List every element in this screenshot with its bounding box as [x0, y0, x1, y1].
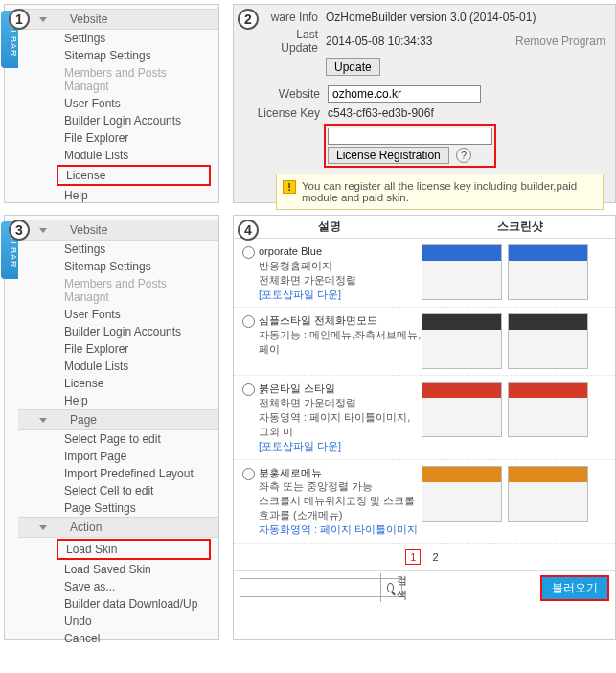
- warning-icon: !: [283, 180, 296, 194]
- chevron-down-icon: [39, 418, 47, 423]
- menu-item[interactable]: Cancel: [18, 630, 218, 644]
- panel-2-license-info: 2 ware Info OzHomeBuilder version 3.0 (2…: [233, 4, 616, 203]
- remove-program-link[interactable]: Remove Program: [515, 35, 605, 48]
- skin-radio[interactable]: [242, 468, 255, 480]
- skin-thumbnail[interactable]: [422, 466, 502, 522]
- skin-row: 심플스타일 전체화면모드자동기능 : 메인메뉴,좌측서브메뉴, 페이: [234, 308, 615, 376]
- menu-item[interactable]: Module Lists: [18, 147, 218, 164]
- menu-item[interactable]: Builder Login Accounts: [18, 323, 218, 340]
- menu-item-load-skin[interactable]: Load Skin: [57, 539, 211, 560]
- panel-3-sidebar: 3 U BAR Vebsite Settings Sitemap Setting…: [4, 215, 219, 640]
- menu-item[interactable]: Select Cell to edit: [18, 482, 218, 499]
- menu-item[interactable]: File Explorer: [18, 129, 218, 147]
- license-key-input[interactable]: [328, 128, 492, 145]
- load-button[interactable]: 불러오기: [540, 575, 609, 601]
- menu-item[interactable]: Sitemap Settings: [18, 47, 218, 64]
- last-update-value: 2014-05-08 10:34:33: [326, 35, 432, 48]
- menu-item[interactable]: Select Page to edit: [18, 430, 218, 448]
- menu-section-website[interactable]: Vebsite: [18, 220, 218, 241]
- page-1[interactable]: 1: [405, 549, 421, 565]
- skin-radio[interactable]: [242, 315, 255, 328]
- license-registration-button[interactable]: License Registration: [328, 147, 449, 164]
- license-warning: ! You can register all the license key i…: [276, 174, 604, 210]
- menu-item[interactable]: Undo: [18, 613, 218, 630]
- step-badge-3: 3: [9, 220, 30, 241]
- step-badge-2: 2: [238, 9, 259, 30]
- menu-item[interactable]: Load Saved Skin: [18, 561, 218, 578]
- skin-table-header: 설명 스크린샷: [234, 216, 615, 239]
- license-registration-box: License Registration ?: [324, 124, 496, 168]
- skin-row: 붉은타일 스타일전체화면 가운데정렬자동영역 : 페이지 타이틀이미지, 그외 …: [234, 376, 615, 459]
- search-icon: [387, 583, 394, 592]
- menu-section-label: Vebsite: [70, 12, 107, 26]
- menu-item[interactable]: Settings: [18, 241, 218, 258]
- skin-thumbnail[interactable]: [422, 244, 502, 300]
- skin-desc: 전체화면 가운데정렬: [259, 273, 422, 288]
- search-button[interactable]: 검색: [380, 573, 416, 602]
- menu-section-website[interactable]: Vebsite: [18, 9, 218, 30]
- skin-radio[interactable]: [242, 383, 255, 396]
- website-label: Website: [243, 87, 320, 101]
- skin-thumbnail[interactable]: [508, 382, 588, 437]
- menu-item[interactable]: Builder Login Accounts: [18, 112, 218, 129]
- menu-item[interactable]: Help: [18, 187, 218, 204]
- menu-item-license[interactable]: License: [57, 165, 211, 186]
- update-button[interactable]: Update: [326, 58, 380, 76]
- chevron-down-icon: [39, 228, 47, 233]
- menu-item[interactable]: User Fonts: [18, 306, 218, 323]
- skin-thumbnail[interactable]: [508, 313, 588, 369]
- skin-desc: 전체화면 가운데정렬: [259, 396, 422, 410]
- skin-desc: 좌측 또는 중앙정렬 가능: [259, 479, 422, 494]
- skin-title: 분홍세로메뉴: [259, 466, 422, 480]
- menu-item[interactable]: Module Lists: [18, 358, 218, 375]
- license-key-value: c543-cf63-ed3b-906f: [328, 106, 434, 120]
- menu-item[interactable]: Import Predefined Layout: [18, 465, 218, 482]
- skin-row: 분홍세로메뉴좌측 또는 중앙정렬 가능스크롤시 메뉴위치고정 및 스크롤효과를 …: [234, 460, 615, 544]
- menu-item[interactable]: Import Page: [18, 448, 218, 465]
- panel-4-skin-browser: 4 설명 스크린샷 orporate Blue반응형홈페이지전체화면 가운데정렬…: [233, 215, 616, 640]
- menu-item[interactable]: File Explorer: [18, 340, 218, 358]
- skin-thumbnail[interactable]: [422, 382, 502, 437]
- menu-item[interactable]: Page Settings: [18, 499, 218, 517]
- menu-item[interactable]: Sitemap Settings: [18, 258, 218, 275]
- skin-download-link[interactable]: 자동화영역 : 페이지 타이틀이미지: [259, 522, 422, 537]
- website-input[interactable]: [328, 85, 481, 103]
- skin-title: 붉은타일 스타일: [259, 382, 422, 396]
- last-update-label: Last Update: [264, 28, 318, 55]
- warning-text: You can register all the license key inc…: [302, 180, 577, 203]
- skin-radio[interactable]: [242, 246, 255, 259]
- skin-desc: 자동기능 : 메인메뉴,좌측서브메뉴, 페이: [259, 328, 422, 357]
- skin-download-link[interactable]: [포토샵파일 다운]: [259, 288, 422, 302]
- search-input[interactable]: [240, 579, 380, 596]
- menu-item[interactable]: Settings: [18, 30, 218, 47]
- pagination: 1 2: [234, 544, 615, 570]
- skin-thumbnail[interactable]: [508, 466, 588, 522]
- menu-item[interactable]: Builder data Download/Up: [18, 595, 218, 613]
- chevron-down-icon: [39, 17, 47, 22]
- skin-desc: 스크롤시 메뉴위치고정 및 스크롤효과를 (소개메뉴): [259, 494, 422, 522]
- menu-section-page[interactable]: Page: [18, 409, 218, 430]
- skin-desc: 자동영역 : 페이지 타이틀이미지, 그외 미: [259, 410, 422, 439]
- skin-download-link[interactable]: [포토샵파일 다운]: [259, 439, 422, 453]
- help-icon[interactable]: ?: [456, 148, 471, 163]
- skin-thumbnail[interactable]: [422, 313, 502, 369]
- search-box: 검색: [240, 578, 402, 597]
- menu-item[interactable]: License: [18, 375, 218, 392]
- step-badge-1: 1: [9, 9, 30, 30]
- page-2[interactable]: 2: [428, 549, 444, 565]
- panel-1-sidebar: 1 U BAR Vebsite Settings Sitemap Setting…: [4, 4, 219, 203]
- menu-item[interactable]: Members and Posts Managnt: [18, 64, 218, 95]
- menu-item[interactable]: Members and Posts Managnt: [18, 275, 218, 306]
- license-key-label: License Key: [243, 106, 320, 120]
- skin-title: 심플스타일 전체화면모드: [259, 313, 422, 328]
- menu-item[interactable]: Help: [18, 392, 218, 409]
- menu-item[interactable]: Save as...: [18, 578, 218, 595]
- col-description: 설명: [234, 216, 424, 238]
- skin-row: orporate Blue반응형홈페이지전체화면 가운데정렬[포토샵파일 다운]: [234, 239, 615, 308]
- menu-section-action[interactable]: Action: [18, 517, 218, 538]
- menu-item[interactable]: User Fonts: [18, 95, 218, 112]
- step-badge-4: 4: [238, 220, 259, 241]
- skin-thumbnail[interactable]: [508, 244, 588, 300]
- software-info-label: ware Info: [264, 11, 318, 24]
- software-info-value: OzHomeBuilder version 3.0 (2014-05-01): [326, 11, 536, 24]
